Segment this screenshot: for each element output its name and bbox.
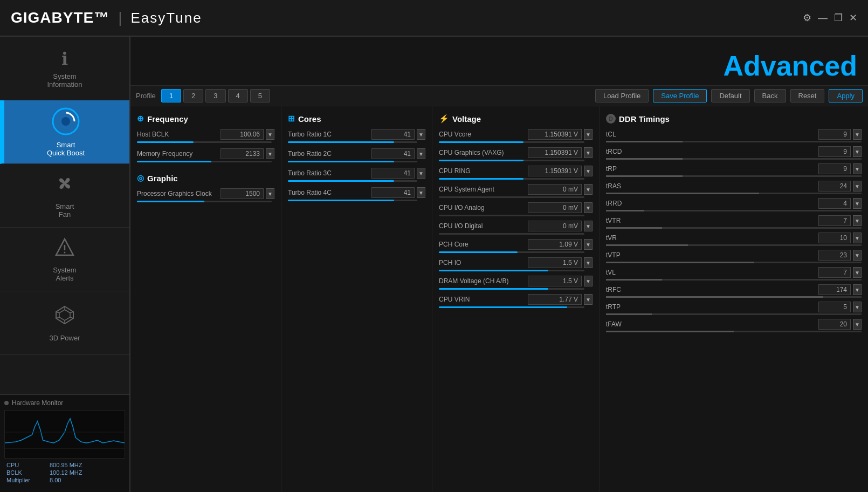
freq-params-value-0[interactable]: 100.06 <box>221 129 264 140</box>
voltage-dropdown-4[interactable]: ▼ <box>584 202 593 213</box>
voltage-dropdown-0[interactable]: ▼ <box>584 129 593 140</box>
ddr-dropdown-7[interactable]: ▼ <box>853 250 862 261</box>
voltage-value-9[interactable]: 1.77 V <box>528 294 582 305</box>
ddr-row-5: tVTR7▼ <box>606 215 862 229</box>
ddr-dropdown-9[interactable]: ▼ <box>853 284 862 295</box>
cores-params-dropdown-0[interactable]: ▼ <box>417 129 425 140</box>
voltage-dropdown-8[interactable]: ▼ <box>584 276 593 286</box>
cores-params-value-0[interactable]: 41 <box>371 129 415 140</box>
ddr-value-3[interactable]: 24 <box>818 181 851 192</box>
ddr-label-3: tRAS <box>606 182 816 190</box>
ddr-dropdown-8[interactable]: ▼ <box>853 267 862 278</box>
ddr-bar-11 <box>606 331 862 332</box>
ddr-dropdown-1[interactable]: ▼ <box>853 146 862 157</box>
ddr-label-1: tRCD <box>606 148 816 155</box>
voltage-dropdown-7[interactable]: ▼ <box>584 257 593 268</box>
freq-params-dropdown-1[interactable]: ▼ <box>266 148 274 159</box>
graphic-params-value-0[interactable]: 1500 <box>221 188 264 199</box>
voltage-dropdown-2[interactable]: ▼ <box>584 166 593 176</box>
voltage-bar-9 <box>439 306 584 308</box>
save-profile-button[interactable]: Save Profile <box>653 89 707 102</box>
voltage-dropdown-1[interactable]: ▼ <box>584 147 593 158</box>
voltage-label-9: CPU VRIN <box>439 296 526 303</box>
voltage-dropdown-5[interactable]: ▼ <box>584 221 593 231</box>
app-name: EasyTune <box>131 10 202 26</box>
voltage-dropdown-6[interactable]: ▼ <box>584 239 593 250</box>
profile-tab-1[interactable]: 1 <box>161 89 181 102</box>
cores-params-dropdown-2[interactable]: ▼ <box>417 168 425 179</box>
ddr-value-7[interactable]: 23 <box>818 250 851 261</box>
voltage-value-1[interactable]: 1.150391 V <box>528 147 582 158</box>
ddr-dropdown-11[interactable]: ▼ <box>853 319 862 330</box>
voltage-row-9: CPU VRIN1.77 V▼ <box>439 294 593 308</box>
voltage-value-2[interactable]: 1.150391 V <box>528 166 582 176</box>
sidebar-label-system-alerts: SystemAlerts <box>53 266 76 282</box>
maximize-icon[interactable]: ❐ <box>834 12 843 24</box>
ddr-dropdown-10[interactable]: ▼ <box>853 302 862 312</box>
graphic-params-dropdown-0[interactable]: ▼ <box>266 188 274 199</box>
ddr-row-1: tRCD9▼ <box>606 146 862 160</box>
profile-tab-4[interactable]: 4 <box>228 89 248 102</box>
profile-tab-3[interactable]: 3 <box>205 89 225 102</box>
reset-button[interactable]: Reset <box>790 89 825 102</box>
ddr-value-11[interactable]: 20 <box>818 319 851 330</box>
cores-params-value-3[interactable]: 41 <box>371 187 415 198</box>
voltage-label-3: CPU System Agent <box>439 186 526 193</box>
ddr-value-9[interactable]: 174 <box>818 284 851 295</box>
cores-params-dropdown-3[interactable]: ▼ <box>417 187 425 198</box>
voltage-value-5[interactable]: 0 mV <box>528 221 582 231</box>
ddr-dropdown-3[interactable]: ▼ <box>853 181 862 192</box>
cores-params-bar-3 <box>288 200 417 201</box>
sidebar-item-smart-quick-boost[interactable]: SmartQuick Boost <box>0 100 129 164</box>
ddr-bar-6 <box>606 244 862 246</box>
frequency-icon: ⊕ <box>137 114 144 124</box>
graphic-params-row-0: Processor Graphics Clock1500▼ <box>137 188 274 202</box>
ddr-dropdown-2[interactable]: ▼ <box>853 163 862 174</box>
load-profile-button[interactable]: Load Profile <box>595 89 649 102</box>
sidebar-item-smart-fan[interactable]: SmartFan <box>0 164 129 228</box>
ddr-value-5[interactable]: 7 <box>818 215 851 226</box>
ddr-dropdown-0[interactable]: ▼ <box>853 129 862 140</box>
ddr-bar-4 <box>606 210 862 211</box>
cores-params-row-3: Turbo Ratio 4C41▼ <box>288 187 425 201</box>
minimize-icon[interactable]: — <box>818 12 828 24</box>
freq-params-label-0: Host BCLK <box>137 131 218 138</box>
graphic-section: ◎ Graphic Processor Graphics Clock1500▼ <box>137 173 274 202</box>
ddr-bar-10 <box>606 313 862 315</box>
cores-params-value-1[interactable]: 41 <box>371 148 415 159</box>
voltage-value-4[interactable]: 0 mV <box>528 202 582 213</box>
voltage-value-7[interactable]: 1.5 V <box>528 257 582 268</box>
sidebar-item-3d-power[interactable]: 3D Power <box>0 291 129 355</box>
ddr-dropdown-5[interactable]: ▼ <box>853 215 862 226</box>
close-icon[interactable]: ✕ <box>849 12 857 24</box>
ddr-value-2[interactable]: 9 <box>818 163 851 174</box>
ddr-value-1[interactable]: 9 <box>818 146 851 157</box>
profile-tab-5[interactable]: 5 <box>250 89 270 102</box>
ddr-value-4[interactable]: 4 <box>818 198 851 209</box>
voltage-value-8[interactable]: 1.5 V <box>528 276 582 286</box>
voltage-value-6[interactable]: 1.09 V <box>528 239 582 250</box>
ddr-value-0[interactable]: 9 <box>818 129 851 140</box>
ddr-row-3: tRAS24▼ <box>606 181 862 194</box>
freq-params-dropdown-0[interactable]: ▼ <box>266 129 274 140</box>
voltage-dropdown-3[interactable]: ▼ <box>584 184 593 195</box>
back-button[interactable]: Back <box>754 89 786 102</box>
ddr-value-8[interactable]: 7 <box>818 267 851 278</box>
ddr-value-6[interactable]: 10 <box>818 233 851 243</box>
voltage-value-3[interactable]: 0 mV <box>528 184 582 195</box>
settings-icon[interactable]: ⚙ <box>803 12 811 24</box>
voltage-value-0[interactable]: 1.150391 V <box>528 129 582 140</box>
ddr-value-10[interactable]: 5 <box>818 302 851 312</box>
sidebar-item-system-info[interactable]: ℹ SystemInformation <box>0 37 129 100</box>
cores-params-dropdown-1[interactable]: ▼ <box>417 148 425 159</box>
voltage-dropdown-9[interactable]: ▼ <box>584 294 593 305</box>
cores-params-value-2[interactable]: 41 <box>371 168 415 179</box>
freq-params-value-1[interactable]: 2133 <box>221 148 264 159</box>
apply-button[interactable]: Apply <box>829 89 863 102</box>
voltage-bar-3 <box>439 196 584 198</box>
default-button[interactable]: Default <box>711 89 749 102</box>
profile-tab-2[interactable]: 2 <box>183 89 203 102</box>
ddr-dropdown-6[interactable]: ▼ <box>853 233 862 243</box>
ddr-dropdown-4[interactable]: ▼ <box>853 198 862 209</box>
sidebar-item-system-alerts[interactable]: SystemAlerts <box>0 228 129 291</box>
